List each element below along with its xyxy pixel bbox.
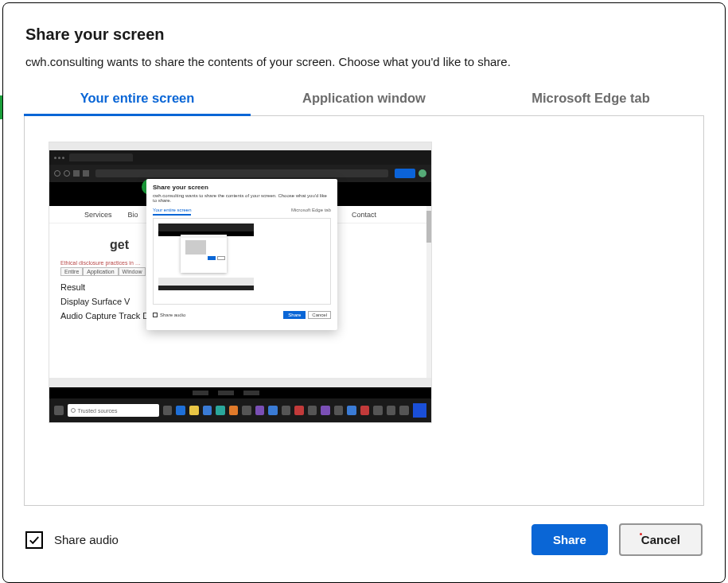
taskbar-icon xyxy=(321,406,330,415)
tab-edge-tab[interactable]: Microsoft Edge tab xyxy=(477,83,704,115)
nested-share-button: Share xyxy=(283,311,306,319)
preview-nested-dialog: Share your screen cwh.consulting wants t… xyxy=(146,179,337,330)
taskbar-icon xyxy=(203,406,212,415)
taskbar-search: Trusted sources xyxy=(68,404,159,417)
nested-title: Share your screen xyxy=(153,184,331,191)
share-screen-dialog: Share your screen cwh.consulting wants t… xyxy=(2,2,726,583)
taskbar-icon xyxy=(334,406,344,415)
taskbar-icon xyxy=(308,406,317,415)
taskbar-icon xyxy=(387,406,396,415)
cursor-dot-icon xyxy=(640,533,642,535)
tab-entire-screen[interactable]: Your entire screen xyxy=(24,83,251,115)
preview-nav-contact: Contact xyxy=(352,211,376,219)
taskbar-icon xyxy=(255,406,265,415)
preview-browser-chrome xyxy=(49,150,431,182)
taskbar-icon xyxy=(229,406,239,415)
taskbar-icon xyxy=(399,406,409,415)
taskbar-icon xyxy=(373,406,383,415)
share-audio-label: Share audio xyxy=(54,533,119,546)
nested-cancel-button: Cancel xyxy=(308,311,331,319)
taskbar-icon xyxy=(242,406,251,415)
dialog-header: Share your screen cwh.consulting wants t… xyxy=(3,3,725,83)
preview-nav-services: Services xyxy=(84,211,112,219)
start-icon xyxy=(54,406,64,415)
preview-pill-2: Application xyxy=(83,267,118,276)
taskbar-icon xyxy=(268,406,278,415)
screen-thumbnail[interactable]: Services Bio ak… Contact get ng Ethical … xyxy=(49,142,432,423)
share-audio-checkbox[interactable] xyxy=(25,531,43,549)
preview-tabstrip xyxy=(49,150,431,165)
tab-application-window[interactable]: Application window xyxy=(251,83,477,115)
dialog-footer: Share audio Share Cancel xyxy=(3,506,725,573)
preview-scrollbar xyxy=(426,206,431,378)
preview-pill-1: Entire xyxy=(60,267,83,276)
dialog-subtitle: cwh.consulting wants to share the conten… xyxy=(25,55,703,68)
nested-subtitle: cwh.consulting wants to share the conten… xyxy=(153,193,331,203)
taskbar-icon xyxy=(189,406,199,415)
preview-taskbar: Trusted sources xyxy=(49,387,431,422)
cancel-button[interactable]: Cancel xyxy=(619,523,703,556)
taskbar-search-text: Trusted sources xyxy=(78,408,118,414)
preview-area: Services Bio ak… Contact get ng Ethical … xyxy=(24,116,704,506)
nested-micro-thumb xyxy=(158,223,254,290)
taskbar-icon xyxy=(294,406,304,415)
search-icon xyxy=(71,408,76,413)
taskbar-icon xyxy=(347,406,356,415)
taskbar-icon xyxy=(176,406,185,415)
share-tabs: Your entire screen Application window Mi… xyxy=(24,83,704,116)
nested-share-audio-label: Share audio xyxy=(160,313,185,317)
preview-pill-3: Window xyxy=(119,267,146,276)
share-button[interactable]: Share xyxy=(531,524,608,555)
dialog-title: Share your screen xyxy=(25,25,703,44)
taskbar-tray xyxy=(413,403,426,418)
nested-tab-active: Your entire screen xyxy=(153,208,191,216)
taskbar-icon xyxy=(216,406,225,415)
taskbar-icon xyxy=(360,406,370,415)
nested-checkbox-icon xyxy=(153,313,158,317)
taskbar-icon xyxy=(163,406,173,415)
taskbar-icon xyxy=(282,406,291,415)
checkmark-icon xyxy=(29,534,40,546)
cancel-button-label: Cancel xyxy=(641,533,680,546)
preview-heading-left: get xyxy=(110,238,129,252)
nested-tab-edge: Microsoft Edge tab xyxy=(291,208,331,216)
preview-nav-bio: Bio xyxy=(128,211,138,219)
